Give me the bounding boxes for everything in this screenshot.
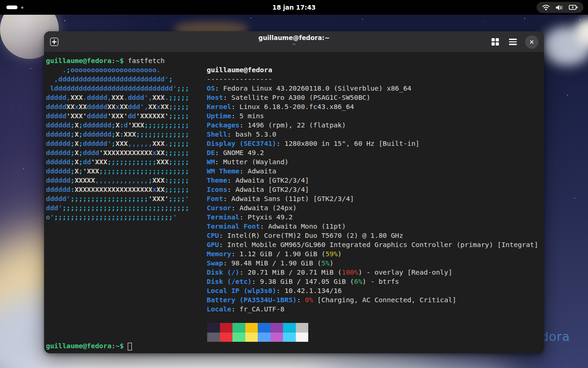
grid-icon xyxy=(492,38,499,46)
window-subtitle: ~ xyxy=(44,42,544,47)
window-title: guillaume@fedora:~ xyxy=(44,34,544,42)
main-menu-button[interactable] xyxy=(507,40,519,44)
tab-overview-button[interactable] xyxy=(490,36,501,48)
desktop: fedora guillaume@fedora:~ ~ ✕ guillaume@… xyxy=(0,0,588,368)
terminal-window: guillaume@fedora:~ ~ ✕ guillaume@fedora:… xyxy=(44,31,544,353)
battery-charging-icon xyxy=(569,5,578,10)
fastfetch-info: guillaume@fedora----------------OS: Fedo… xyxy=(207,65,538,314)
close-button[interactable]: ✕ xyxy=(525,35,538,49)
prompt-line-top: guillaume@fedora:~$ fastfetch xyxy=(46,56,164,65)
prompt-line-bottom: guillaume@fedora:~$ xyxy=(46,341,132,351)
close-icon: ✕ xyxy=(529,39,534,46)
window-title-group: guillaume@fedora:~ ~ xyxy=(44,34,544,47)
system-tray[interactable] xyxy=(537,2,583,13)
command-text: fastfetch xyxy=(128,57,164,64)
header-buttons: ✕ xyxy=(490,31,539,52)
terminal-cursor xyxy=(128,343,132,351)
terminal-titlebar[interactable]: guillaume@fedora:~ ~ ✕ xyxy=(44,31,544,52)
plus-icon xyxy=(51,38,58,46)
wifi-icon xyxy=(542,4,550,11)
color-palette xyxy=(207,323,308,342)
volume-icon xyxy=(555,4,564,11)
new-tab-button[interactable] xyxy=(50,38,58,46)
fastfetch-logo: .;ooooooooooooooooooooo. ,dddddddddddddd… xyxy=(46,65,189,222)
clock[interactable]: 18 jan 17:43 xyxy=(0,0,588,15)
hamburger-icon xyxy=(509,41,517,42)
top-bar: 18 jan 17:43 xyxy=(0,0,588,15)
terminal-content[interactable]: guillaume@fedora:~$ fastfetch .;oooooooo… xyxy=(44,52,544,353)
prompt-user-host: guillaume@fedora xyxy=(46,57,112,64)
